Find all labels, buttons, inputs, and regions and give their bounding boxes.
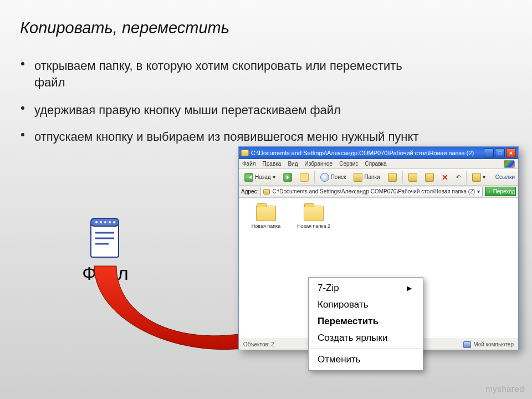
ctx-cancel-label: Отменить (318, 354, 361, 365)
copy-to-button[interactable] (423, 172, 436, 183)
folder-label-1: Новая папка (247, 223, 285, 229)
sync-icon (388, 173, 397, 182)
svg-point-2 (95, 221, 98, 223)
move-to-button[interactable] (406, 172, 420, 183)
bullet-1-text: открываем папку, в которую хотим скопиро… (23, 58, 411, 90)
folders-button[interactable]: Папки (351, 172, 382, 183)
forward-button[interactable] (281, 172, 294, 183)
sync-button[interactable] (386, 172, 399, 183)
file-caption: Файл (61, 263, 150, 284)
file-illustration: Файл (61, 215, 150, 284)
status-objects: Объектов: 2 (243, 341, 274, 347)
folder-up-icon (300, 173, 309, 182)
bullet-dot-icon (21, 106, 24, 110)
delete-button[interactable]: ✕ (439, 172, 451, 183)
svg-rect-0 (91, 223, 119, 257)
ctx-move[interactable]: Переместить (309, 313, 423, 330)
status-location-label: Мой компьютер (473, 341, 514, 347)
bullet-3: отпускаем кнопку и выбираем из появившег… (23, 129, 444, 145)
folder-item-2[interactable]: Новая папка 2 (294, 206, 333, 229)
ctx-shortcut[interactable]: Создать ярлыки (309, 330, 423, 346)
ctx-7zip[interactable]: 7-Zip ▶ (309, 280, 423, 296)
bullet-2-text: удерживая правую кнопку мыши перетаскива… (23, 102, 444, 119)
ctx-copy[interactable]: Копировать (309, 296, 423, 313)
bullet-dot-icon (21, 133, 24, 136)
menu-file[interactable]: Файл (242, 161, 256, 167)
back-button[interactable]: Назад ▾ (242, 172, 278, 183)
menu-fav[interactable]: Избранное (304, 161, 332, 167)
folders-icon (354, 173, 362, 182)
menu-view[interactable]: Вид (288, 161, 298, 167)
address-field[interactable]: C:\Documents and Settings\Александр.COMP… (260, 187, 483, 196)
go-button[interactable]: → Переход (485, 187, 516, 196)
ctx-separator (310, 349, 422, 349)
folder-label-2: Новая папка 2 (294, 223, 333, 229)
window-menubar: Файл Правка Вид Избранное Сервис Справка (239, 159, 518, 169)
address-value: C:\Documents and Settings\Александр.COMP… (272, 188, 475, 195)
folders-label: Папки (364, 174, 380, 180)
menu-tools[interactable]: Сервис (339, 161, 358, 167)
svg-point-5 (109, 221, 111, 223)
back-icon (244, 173, 253, 182)
undo-button[interactable]: ↶ (454, 173, 463, 181)
window-folder-icon (241, 150, 249, 156)
notepad-file-icon (86, 215, 124, 259)
views-button[interactable]: ▾ (470, 172, 488, 183)
search-icon (320, 173, 329, 182)
search-button[interactable]: Поиск (318, 172, 349, 183)
ctx-shortcut-label: Создать ярлыки (318, 332, 387, 344)
watermark: myshared (485, 384, 524, 393)
close-button[interactable]: × (506, 149, 516, 157)
separator-icon (402, 171, 403, 183)
context-menu: 7-Zip ▶ Копировать Переместить Создать я… (308, 277, 423, 371)
ctx-copy-label: Копировать (318, 299, 369, 310)
folder-icon (256, 206, 276, 221)
folder-icon (304, 206, 324, 221)
search-label: Поиск (331, 174, 346, 180)
bullet-3-text: отпускаем кнопку и выбираем из появившег… (23, 129, 444, 145)
go-label: Переход (493, 188, 515, 195)
links-label[interactable]: Ссылки (495, 174, 515, 180)
separator-icon (466, 171, 467, 183)
window-title-text: C:\Documents and Settings\Александр.COMP… (249, 150, 484, 156)
window-titlebar[interactable]: C:\Documents and Settings\Александр.COMP… (239, 147, 518, 159)
forward-icon (283, 173, 292, 182)
move-to-icon (408, 173, 417, 182)
views-icon (472, 173, 481, 182)
svg-point-4 (104, 221, 106, 223)
ctx-7zip-label: 7-Zip (318, 283, 339, 294)
computer-icon (463, 341, 471, 348)
address-folder-icon (263, 189, 270, 195)
address-label: Адрес: (241, 188, 258, 195)
bullet-dot-icon (21, 62, 24, 65)
address-dropdown-icon[interactable]: ▾ (477, 188, 480, 195)
submenu-arrow-icon: ▶ (407, 284, 412, 292)
ctx-cancel[interactable]: Отменить (309, 351, 423, 368)
svg-point-3 (100, 221, 102, 223)
maximize-button[interactable]: □ (495, 149, 505, 157)
bullet-1: открываем папку, в которую хотим скопиро… (23, 58, 411, 90)
minimize-button[interactable]: _ (484, 149, 494, 157)
bullet-2: удерживая правую кнопку мыши перетаскива… (23, 102, 444, 119)
windows-logo-icon (504, 160, 515, 168)
separator-icon (314, 171, 315, 183)
menu-help[interactable]: Справка (365, 161, 386, 167)
up-button[interactable] (298, 172, 311, 183)
status-location: Мой компьютер (463, 341, 514, 348)
folder-item-1[interactable]: Новая папка (247, 206, 285, 229)
window-toolbar: Назад ▾ Поиск Папки ✕ ↶ ▾ Ссылки (239, 169, 518, 186)
back-label: Назад (255, 174, 271, 180)
ctx-move-label: Переместить (318, 316, 378, 327)
svg-point-6 (113, 221, 115, 223)
address-bar: Адрес: C:\Documents and Settings\Алексан… (239, 186, 518, 198)
slide-title: Копировать, переместить (20, 19, 229, 37)
menu-edit[interactable]: Правка (263, 161, 282, 167)
copy-to-icon (425, 173, 434, 182)
